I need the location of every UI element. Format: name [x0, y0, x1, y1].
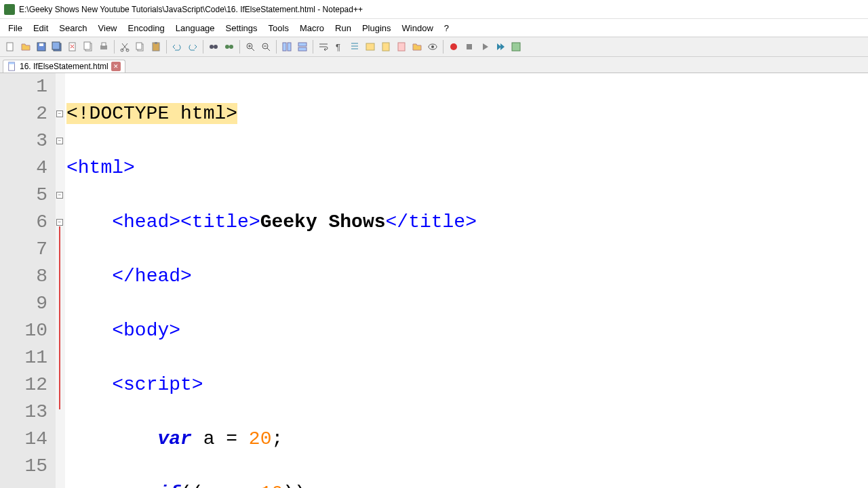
- folder-open-icon: [20, 41, 31, 52]
- new-file-button[interactable]: [3, 39, 18, 54]
- print-icon: [98, 41, 109, 52]
- replace-icon: [224, 41, 235, 52]
- menu-tools[interactable]: Tools: [263, 21, 294, 35]
- code-area[interactable]: <!DOCTYPE html> <html> <head><title>Geek…: [65, 73, 868, 488]
- code-line: if((a == 10)): [66, 480, 868, 488]
- save-button[interactable]: [34, 39, 49, 54]
- svg-point-32: [450, 43, 457, 50]
- svg-point-17: [214, 45, 218, 49]
- menu-edit[interactable]: Edit: [28, 21, 54, 35]
- tab-file[interactable]: 16. IfElseStatement.html ✕: [3, 60, 125, 73]
- line-number: 14: [0, 426, 47, 453]
- indent-guide-button[interactable]: [347, 39, 362, 54]
- func-list-button[interactable]: [394, 39, 409, 54]
- svg-rect-0: [7, 43, 13, 51]
- close-all-button[interactable]: [81, 39, 96, 54]
- menu-view[interactable]: View: [93, 21, 123, 35]
- sync-vertical-icon: [281, 41, 292, 52]
- save-macro-button[interactable]: [509, 39, 524, 54]
- menu-settings[interactable]: Settings: [220, 21, 263, 35]
- docmap-icon: [380, 41, 391, 52]
- file-icon: [7, 62, 17, 71]
- tab-label: 16. IfElseStatement.html: [20, 62, 108, 71]
- editor[interactable]: 1 2 3 4 5 6 7 8 9 10 11 12 13 14 15 − − …: [0, 73, 868, 488]
- menu-run[interactable]: Run: [330, 21, 357, 35]
- toolbar-separator: [313, 40, 313, 54]
- zoom-in-icon: [245, 41, 256, 52]
- fold-toggle[interactable]: −: [56, 219, 63, 226]
- code-line: <body>: [66, 317, 868, 344]
- folder-button[interactable]: [410, 39, 425, 54]
- menu-file[interactable]: File: [3, 21, 28, 35]
- paste-icon: [151, 41, 161, 52]
- udl-button[interactable]: [363, 39, 378, 54]
- menu-help[interactable]: ?: [439, 21, 454, 35]
- paste-button[interactable]: [149, 39, 163, 54]
- find-button[interactable]: [206, 39, 221, 54]
- svg-rect-29: [398, 43, 405, 51]
- save-macro-icon: [511, 41, 521, 52]
- stop-button[interactable]: [462, 39, 477, 54]
- redo-button[interactable]: [185, 39, 200, 54]
- line-number: 5: [0, 182, 47, 209]
- eye-icon: [427, 41, 438, 52]
- play-multi-button[interactable]: [493, 39, 508, 54]
- menu-encoding[interactable]: Encoding: [123, 21, 170, 35]
- play-button[interactable]: [477, 39, 492, 54]
- title-bar: E:\Geeky Shows New Youtube Tutorials\Jav…: [0, 0, 868, 19]
- svg-rect-2: [39, 43, 43, 46]
- copy-button[interactable]: [133, 39, 148, 54]
- save-all-button[interactable]: [50, 39, 64, 54]
- svg-rect-13: [136, 43, 142, 49]
- svg-point-16: [210, 45, 214, 49]
- pilcrow-icon: ¶: [334, 41, 344, 52]
- replace-button[interactable]: [222, 39, 237, 54]
- cut-button[interactable]: [117, 39, 132, 54]
- menu-macro[interactable]: Macro: [294, 21, 330, 35]
- sync-v-button[interactable]: [279, 39, 294, 54]
- window-title: E:\Geeky Shows New Youtube Tutorials\Jav…: [19, 5, 363, 14]
- close-icon: [67, 41, 78, 52]
- wordwrap-button[interactable]: [316, 39, 331, 54]
- line-number-gutter: 1 2 3 4 5 6 7 8 9 10 11 12 13 14 15: [0, 73, 56, 488]
- close-all-icon: [83, 41, 94, 52]
- record-button[interactable]: [446, 39, 461, 54]
- cut-icon: [119, 41, 130, 52]
- tab-bar: 16. IfElseStatement.html ✕: [0, 57, 868, 73]
- show-all-chars-button[interactable]: ¶: [332, 39, 347, 54]
- toolbar-separator: [276, 40, 277, 54]
- toolbar-separator: [239, 40, 240, 54]
- code-line: var a = 20;: [66, 426, 868, 453]
- toolbar-separator: [166, 40, 167, 54]
- menu-plugins[interactable]: Plugins: [357, 21, 397, 35]
- svg-rect-9: [102, 43, 106, 46]
- svg-rect-36: [9, 62, 15, 64]
- tab-close-button[interactable]: ✕: [111, 62, 121, 71]
- line-number: 6: [0, 209, 47, 236]
- fold-toggle[interactable]: −: [56, 138, 63, 144]
- menu-language[interactable]: Language: [170, 21, 220, 35]
- fold-column: − − − −: [56, 73, 65, 488]
- zoom-in-button[interactable]: [243, 39, 258, 54]
- monitor-button[interactable]: [425, 39, 440, 54]
- svg-rect-23: [288, 43, 291, 51]
- save-icon: [36, 41, 47, 52]
- svg-rect-34: [512, 43, 520, 51]
- fold-toggle[interactable]: −: [56, 110, 63, 117]
- line-number: 7: [0, 236, 47, 263]
- zoom-out-button[interactable]: [258, 39, 273, 54]
- menu-window[interactable]: Window: [397, 21, 439, 35]
- close-button[interactable]: [65, 39, 80, 54]
- funclist-icon: [396, 41, 407, 52]
- menu-search[interactable]: Search: [54, 21, 92, 35]
- toolbar-separator: [114, 40, 115, 54]
- undo-button[interactable]: [170, 39, 184, 54]
- print-button[interactable]: [96, 39, 111, 54]
- fold-toggle[interactable]: −: [56, 192, 63, 199]
- line-number: 15: [0, 453, 47, 480]
- svg-rect-25: [298, 47, 307, 51]
- copy-icon: [135, 41, 146, 52]
- sync-h-button[interactable]: [295, 39, 310, 54]
- open-file-button[interactable]: [18, 39, 33, 54]
- doc-map-button[interactable]: [378, 39, 393, 54]
